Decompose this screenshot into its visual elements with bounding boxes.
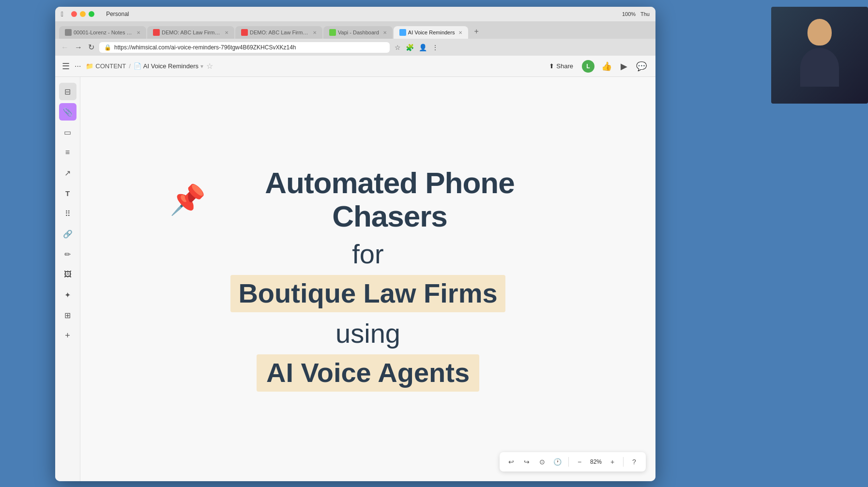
bookmark-icon[interactable]: ☆ [394,43,402,52]
profile-icon[interactable]: 👤 [418,43,428,52]
tab-favicon-demo1 [153,29,160,36]
left-sidebar: ⊟ 📎 ▭ ≡ ↗ T ⠿ 🔗 ✏ [55,77,80,481]
slide-for-text: for [352,238,383,270]
tab-close-notes[interactable]: ✕ [137,30,140,35]
sidebar-tool-arrow[interactable]: ↗ [59,164,76,182]
canvas-bottom-toolbar: ↩ ↪ ⊙ 🕐 − 82% + [500,452,646,472]
slide-using-text: using [335,317,400,350]
webcam-video [771,7,868,104]
sidebar-toggle-button[interactable]: ☰ [62,61,70,72]
more-options-button[interactable]: ··· [75,62,81,71]
lock-icon: 🔒 [104,44,111,51]
slide-boutique-highlight: Boutique Law Firms [230,275,505,312]
tab-favicon-vapi [329,29,336,36]
breadcrumb-current-label: AI Voice Reminders [143,62,198,70]
tab-demo2[interactable]: DEMO: ABC Law Firm Task Re... ✕ [235,26,322,39]
maximize-window-button[interactable] [89,11,94,17]
url-field[interactable]: 🔒 https://whimsical.com/ai-voice-reminde… [99,42,390,53]
slide-title: 📌 Automated Phone Chasers [169,167,566,232]
add-icon: + [65,331,70,341]
sidebar-tool-image[interactable]: 🖼 [59,266,76,283]
sidebar-tool-link[interactable]: 🔗 [59,225,76,243]
toolbar-right-actions: ⬆ Share L 👍 ▶ 💬 [545,59,649,74]
browser-window:  Personal 100% Thu 00001-Lorenz - Notes… [55,7,655,481]
sidebar-tool-pen[interactable]: ✏ [59,245,76,263]
extensions-icon[interactable]: 🧩 [405,43,415,52]
tab-notes[interactable]: 00001-Lorenz - Notes | Clio ✕ [59,26,146,39]
back-button[interactable]: ← [60,42,70,53]
redo-icon: ↪ [524,458,530,466]
slide-title-text: Automated Phone Chasers [213,167,566,232]
webcam-overlay [771,7,868,104]
sidebar-tool-frames[interactable]: ⊟ [59,83,76,100]
zoom-out-button[interactable]: − [573,455,586,469]
layers-icon: ≡ [65,148,70,157]
slide-ai-highlight: AI Voice Agents [257,354,479,392]
zoom-in-button[interactable]: + [606,455,619,469]
browser-actions: ☆ 🧩 👤 ⋮ [394,43,440,52]
tab-demo1[interactable]: DEMO: ABC Law Firm Task Re... ✕ [147,26,234,39]
system-status-bar: 100% Thu [622,11,650,17]
toolbar-divider [568,457,569,467]
arrow-icon: ↗ [64,168,71,178]
history-button[interactable]: 🕐 [551,455,564,469]
refresh-button[interactable]: ↻ [87,42,95,53]
undo-icon: ↩ [508,458,514,466]
main-area: ⊟ 📎 ▭ ≡ ↗ T ⠿ 🔗 ✏ [55,77,655,481]
tab-close-demo2[interactable]: ✕ [313,30,317,35]
breadcrumb-current-item[interactable]: 📄 AI Voice Reminders ▾ [134,62,203,70]
zoom-in-icon: + [610,458,614,466]
sidebar-tool-shapes[interactable]: ▭ [59,123,76,141]
undo-button[interactable]: ↩ [504,455,518,469]
tab-label-vapi: Vapi - Dashboard [338,30,379,35]
tab-vapi[interactable]: Vapi - Dashboard ✕ [323,26,393,39]
new-tab-button[interactable]: + [469,24,483,39]
canvas-area[interactable]: 📌 Automated Phone Chasers for Boutique L… [80,77,655,481]
sidebar-tool-magic[interactable]: ✦ [59,286,76,304]
thumbs-up-button[interactable]: 👍 [599,59,614,74]
app-toolbar: ☰ ··· 📁 CONTENT / 📄 AI Voice Reminders ▾… [55,56,655,77]
system-bar:  Personal 100% Thu [55,7,655,21]
magic-icon: ✦ [64,290,71,300]
tab-close-demo1[interactable]: ✕ [225,30,228,35]
tab-favicon-demo2 [241,29,248,36]
share-icon: ⬆ [549,62,554,70]
pen-icon: ✏ [64,250,71,259]
fit-to-screen-button[interactable]: ⊙ [535,455,549,469]
sidebar-tool-grid[interactable]: ⠿ [59,205,76,222]
share-label: Share [556,62,573,70]
menu-dots-icon[interactable]: ⋮ [431,43,440,52]
url-text: https://whimsical.com/ai-voice-reminders… [114,44,296,51]
help-button[interactable]: ? [627,455,641,469]
redo-button[interactable]: ↪ [520,455,533,469]
apple-logo-icon:  [61,10,63,18]
person-head [807,19,832,46]
close-window-button[interactable] [71,11,77,17]
battery-percentage: 100% [622,11,636,17]
sidebar-tool-add[interactable]: + [59,327,76,344]
help-icon: ? [632,458,636,466]
share-button[interactable]: ⬆ Share [545,61,577,72]
tab-close-vapi[interactable]: ✕ [383,30,387,35]
forward-button[interactable]: → [74,42,83,53]
breadcrumb-folder[interactable]: 📁 CONTENT [86,62,126,70]
present-button[interactable]: ▶ [619,59,629,74]
minimize-window-button[interactable] [80,11,86,17]
history-icon: 🕐 [553,458,562,466]
personal-account-label: Personal [106,11,129,17]
tab-ai-voice[interactable]: AI Voice Reminders ✕ [394,26,469,39]
tab-close-ai-voice[interactable]: ✕ [458,30,462,35]
sidebar-tool-sticky[interactable]: 📎 [59,103,76,121]
star-favorite-icon[interactable]: ☆ [206,61,213,71]
sidebar-tool-text[interactable]: T [59,184,76,202]
table-icon: ⊞ [64,311,71,320]
chat-button[interactable]: 💬 [634,59,649,74]
slide-content: 📌 Automated Phone Chasers for Boutique L… [150,147,586,411]
tab-label-notes: 00001-Lorenz - Notes | Clio [74,30,133,35]
sticky-icon: 📎 [63,107,73,117]
sidebar-tool-table[interactable]: ⊞ [59,306,76,324]
sidebar-tool-layers[interactable]: ≡ [59,144,76,161]
tab-bar: 00001-Lorenz - Notes | Clio ✕ DEMO: ABC … [55,21,655,39]
frames-icon: ⊟ [64,87,71,96]
time-display: Thu [640,11,650,17]
